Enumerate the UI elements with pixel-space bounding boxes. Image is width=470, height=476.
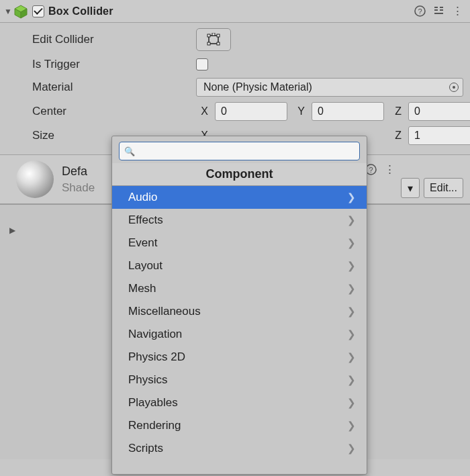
component-category-item[interactable]: Playables❯ [112,391,367,414]
component-enabled-checkbox[interactable] [32,5,44,17]
chevron-right-icon: ❯ [347,305,356,318]
center-z-input[interactable] [408,102,470,121]
component-category-label: Scripts [128,442,163,455]
component-category-item[interactable]: Mesh❯ [112,277,367,300]
axis-z-label: Z [389,130,403,142]
center-label: Center [32,105,196,118]
component-title: Box Collider [48,5,113,17]
chevron-right-icon: ❯ [347,397,356,409]
component-category-label: Layout [128,259,162,273]
chevron-right-icon: ❯ [347,237,356,249]
component-category-item[interactable]: Layout❯ [112,254,367,277]
is-trigger-row: Is Trigger [0,54,470,75]
component-category-label: Effects [128,213,163,227]
material-inline-foldout[interactable]: ▶ [9,226,20,235]
component-icon [13,4,28,19]
component-category-label: Rendering [128,419,181,432]
svg-rect-15 [212,33,215,36]
chevron-right-icon: ❯ [347,260,356,272]
material-label: Material [32,81,196,94]
component-category-label: Audio [128,191,157,204]
svg-text:?: ? [369,165,373,173]
edit-collider-button[interactable] [196,28,231,51]
edit-button[interactable]: Edit... [424,178,463,198]
inspector-panel: ▼ Box Collider ? ⋮ Edit Collider [0,0,470,476]
material-value: None (Physic Material) [203,81,312,93]
add-component-popup: 🔍 Component Audio❯Effects❯Event❯Layout❯M… [111,136,367,475]
svg-rect-13 [207,42,210,45]
axis-y-label: Y [293,105,306,117]
chevron-right-icon: ❯ [347,214,356,226]
edit-collider-label: Edit Collider [32,33,196,46]
center-y-input[interactable] [312,102,384,121]
component-category-item[interactable]: Physics❯ [112,369,367,391]
help-icon[interactable]: ? [412,4,427,19]
edit-collider-row: Edit Collider [0,26,470,54]
component-category-label: Physics [128,373,168,387]
axis-x-label: X [196,105,209,117]
size-z-input[interactable] [408,126,470,145]
component-category-item[interactable]: Audio❯ [112,186,367,209]
center-row: Center X Y Z [0,99,470,124]
component-category-label: Miscellaneous [128,305,201,318]
component-search-input[interactable] [119,142,360,160]
shader-dropdown[interactable]: ▾ [401,178,420,198]
svg-rect-8 [440,9,443,11]
component-header: ▼ Box Collider ? ⋮ [0,0,470,23]
chevron-right-icon: ❯ [347,442,356,455]
chevron-right-icon: ❯ [347,191,356,203]
axis-z-label: Z [389,105,403,117]
component-category-item[interactable]: Miscellaneous❯ [112,300,367,323]
component-category-item[interactable]: Physics 2D❯ [112,346,367,369]
object-picker-icon[interactable] [449,83,459,92]
chevron-right-icon: ❯ [347,374,356,386]
material-name: Defa [62,164,95,179]
search-icon: 🔍 [124,146,135,156]
component-category-label: Mesh [128,282,156,295]
is-trigger-checkbox[interactable] [196,58,208,70]
shader-label: Shade [62,181,95,195]
chevron-right-icon: ❯ [347,420,356,432]
popup-search-area: 🔍 [112,136,367,163]
component-category-item[interactable]: Navigation❯ [112,323,367,346]
component-category-label: Event [128,236,157,250]
svg-rect-6 [434,9,438,11]
is-trigger-label: Is Trigger [32,58,196,71]
component-category-label: Physics 2D [128,350,185,364]
svg-rect-11 [207,34,210,37]
material-object-field[interactable]: None (Physic Material) [196,78,463,97]
component-category-label: Playables [128,396,178,410]
svg-text:?: ? [418,7,422,15]
svg-rect-9 [434,13,443,14]
svg-rect-5 [434,7,438,8]
component-category-label: Navigation [128,328,182,341]
material-row: Material None (Physic Material) [0,75,470,99]
component-category-item[interactable]: Event❯ [112,232,367,254]
svg-rect-7 [440,7,443,8]
kebab-menu-icon[interactable]: ⋮ [382,162,397,177]
component-category-item[interactable]: Scripts❯ [112,437,367,460]
component-category-item[interactable]: Rendering❯ [112,414,367,437]
chevron-right-icon: ❯ [347,283,356,295]
presets-icon[interactable] [431,4,446,19]
material-preview-sphere [16,160,54,198]
svg-rect-12 [217,34,220,37]
component-category-item[interactable]: Effects❯ [112,209,367,232]
popup-title: Component [112,163,367,186]
chevron-right-icon: ❯ [347,328,356,340]
kebab-menu-icon[interactable]: ⋮ [450,4,465,19]
foldout-toggle[interactable]: ▼ [3,7,13,16]
chevron-right-icon: ❯ [347,351,356,363]
popup-category-list[interactable]: Audio❯Effects❯Event❯Layout❯Mesh❯Miscella… [112,186,367,474]
center-x-input[interactable] [215,102,287,121]
svg-rect-14 [217,42,220,45]
